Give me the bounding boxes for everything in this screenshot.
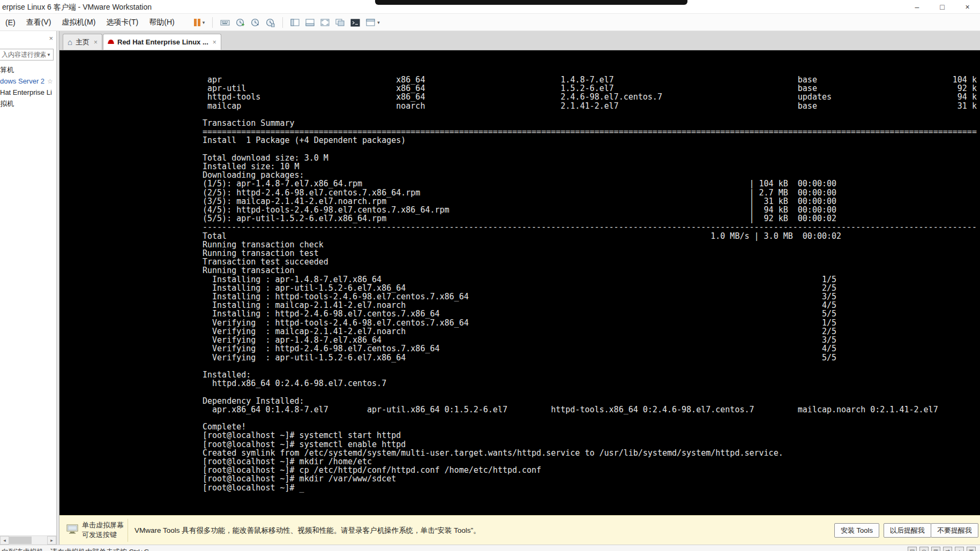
vm-console[interactable]: apr x86_64 1.4.8-7.el7 base 104 k apr-ut… xyxy=(59,50,980,515)
never-remind-button[interactable]: 不要提醒我 xyxy=(931,523,978,538)
scrollbar-thumb[interactable] xyxy=(9,537,32,544)
snapshot-manager-button[interactable] xyxy=(266,18,275,27)
view-options-button[interactable]: ▾ xyxy=(366,19,380,26)
hard-disk-status-icon[interactable]: ▤ xyxy=(908,547,917,551)
tab-red-hat-vm[interactable]: Red Hat Enterprise Linux ... × xyxy=(103,34,221,50)
tree-item-windows-server[interactable]: dows Server 2 ☆ xyxy=(0,76,56,87)
menu-help[interactable]: 帮助(H) xyxy=(144,18,179,27)
revert-snapshot-button[interactable] xyxy=(251,18,260,27)
library-close-icon[interactable]: × xyxy=(49,34,53,42)
console-icon xyxy=(350,19,360,27)
floppy-status-icon[interactable]: ▥ xyxy=(931,547,940,551)
window-controls: – □ × xyxy=(904,0,980,14)
terminal-output[interactable]: apr x86_64 1.4.8-7.el7 base 104 k apr-ut… xyxy=(203,76,977,492)
library-horizontal-scrollbar[interactable]: ◂ ▸ xyxy=(0,535,56,545)
home-icon: ⌂ xyxy=(68,37,72,47)
status-bar: 向到该虚拟机，请在虚拟机内部单击或按 Ctrl+G。 ▤ ◎ ▥ ⇄ ♪ ▣ xyxy=(0,545,980,551)
vmware-tools-hint-bar: 单击虚拟屏幕 可发送按键 VMware Tools 具有很多功能，能改善鼠标移动… xyxy=(59,515,980,545)
virtual-screen-icon xyxy=(66,524,78,534)
close-button[interactable]: × xyxy=(955,0,980,14)
tree-item-my-computer[interactable]: 算机 xyxy=(0,64,56,76)
snapshot-clock-icon xyxy=(236,18,245,27)
unity-icon xyxy=(335,19,345,26)
tab-close-icon[interactable]: × xyxy=(94,39,98,46)
library-panel: × 入内容进行搜索 ▼ 算机 dows Server 2 ☆ Hat Enter… xyxy=(0,31,56,545)
menu-view[interactable]: 查看(V) xyxy=(21,18,57,27)
window-title: erprise Linux 6 客户端 - VMware Workstation xyxy=(2,3,152,12)
send-ctrl-alt-del-button[interactable] xyxy=(220,19,230,27)
take-snapshot-button[interactable] xyxy=(236,18,245,27)
library-search-box[interactable]: 入内容进行搜索 ▼ xyxy=(0,49,54,61)
keyboard-icon xyxy=(220,19,230,27)
status-message: 向到该虚拟机，请在虚拟机内部单击或按 Ctrl+G。 xyxy=(2,547,156,551)
panel-left-icon xyxy=(290,19,300,26)
menu-bar: (E) 查看(V) 虚拟机(M) 选项卡(T) 帮助(H) ▾ xyxy=(0,14,980,31)
toolbar-separator xyxy=(282,17,283,28)
show-thumbnail-bar-button[interactable] xyxy=(305,19,315,26)
pause-icon xyxy=(198,19,200,26)
scroll-left-icon[interactable]: ◂ xyxy=(0,536,9,545)
vmware-tools-message: VMware Tools 具有很多功能，能改善鼠标移动性、视频和性能。请登录客户… xyxy=(134,526,481,535)
tab-close-icon[interactable]: × xyxy=(213,39,216,46)
unity-mode-button[interactable] xyxy=(335,19,345,26)
screen-overlay-bar xyxy=(375,0,687,5)
minimize-button[interactable]: – xyxy=(904,0,930,14)
network-status-icon[interactable]: ⇄ xyxy=(943,547,952,551)
tab-home-label: 主页 xyxy=(76,37,89,47)
hint-divider xyxy=(128,519,128,542)
panel-bottom-icon xyxy=(305,19,315,26)
install-tools-button[interactable]: 安装 Tools xyxy=(834,523,879,538)
menu-edit[interactable]: (E) xyxy=(0,18,21,27)
fullscreen-button[interactable] xyxy=(320,19,330,26)
vm-tree: 算机 dows Server 2 ☆ Hat Enterprise Li 拟机 xyxy=(0,64,56,109)
tab-bar: ⌂ 主页 × Red Hat Enterprise Linux ... × xyxy=(59,31,980,50)
scroll-right-icon[interactable]: ▸ xyxy=(47,536,56,545)
maximize-button[interactable]: □ xyxy=(930,0,955,14)
cdrom-status-icon[interactable]: ◎ xyxy=(919,547,929,551)
suspend-vm-button[interactable]: ▾ xyxy=(194,19,205,26)
tab-home[interactable]: ⌂ 主页 × xyxy=(63,34,102,50)
toolbar: ▾ xyxy=(194,17,380,28)
chevron-down-icon[interactable]: ▾ xyxy=(203,20,205,25)
tree-item-shared-vms[interactable]: 拟机 xyxy=(0,98,56,109)
window-icon xyxy=(366,19,375,26)
favorite-star-icon: ☆ xyxy=(47,78,53,85)
sound-status-icon[interactable]: ♪ xyxy=(955,547,964,551)
snapshot-manager-icon xyxy=(266,18,275,27)
chevron-down-icon[interactable]: ▼ xyxy=(46,52,53,57)
menu-vm[interactable]: 虚拟机(M) xyxy=(56,18,101,27)
tree-item-red-hat[interactable]: Hat Enterprise Li xyxy=(0,87,56,98)
usb-status-icon[interactable]: ▣ xyxy=(967,547,976,551)
console-view-button[interactable] xyxy=(350,19,360,27)
device-status-icons: ▤ ◎ ▥ ⇄ ♪ ▣ xyxy=(908,547,976,551)
pause-icon xyxy=(194,19,197,26)
red-hat-icon xyxy=(108,40,114,44)
chevron-down-icon[interactable]: ▾ xyxy=(377,20,380,25)
library-search-placeholder: 入内容进行搜索 xyxy=(0,50,46,59)
send-keys-hint: 单击虚拟屏幕 可发送按键 xyxy=(82,520,124,540)
toolbar-separator xyxy=(212,17,213,28)
show-library-button[interactable] xyxy=(290,19,300,26)
revert-clock-icon xyxy=(251,18,260,27)
tab-vm-label: Red Hat Enterprise Linux ... xyxy=(117,38,208,46)
remind-later-button[interactable]: 以后提醒我 xyxy=(884,523,931,538)
fullscreen-icon xyxy=(320,19,330,26)
menu-tabs[interactable]: 选项卡(T) xyxy=(101,18,144,27)
